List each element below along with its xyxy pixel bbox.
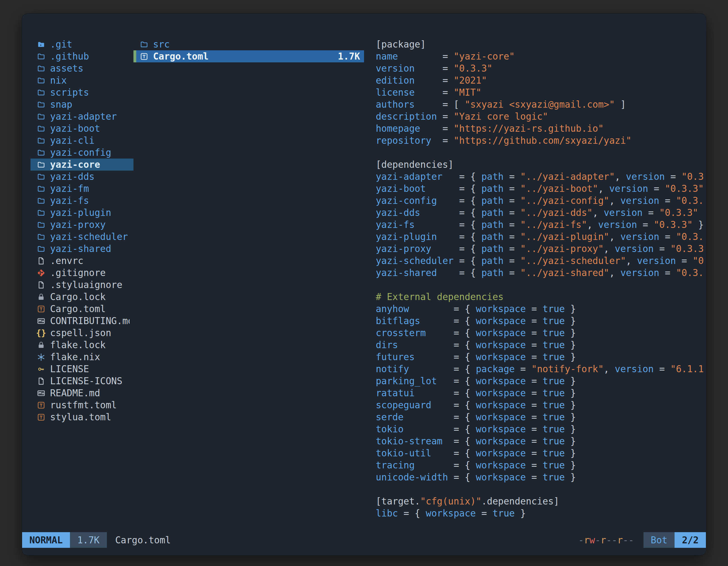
code-token: "0.3.	[676, 231, 704, 242]
code-token: "../yazi-config"	[520, 195, 609, 206]
file-row-cargo-toml[interactable]: Cargo.toml1.7K	[133, 50, 364, 62]
code-token: = [	[415, 99, 465, 110]
code-token: "6.1.1	[670, 363, 704, 374]
code-token: =	[526, 387, 543, 398]
file-row-git[interactable]: .git	[30, 38, 133, 50]
file-row-nix[interactable]: nix	[30, 74, 133, 86]
code-token: yazi-config	[376, 195, 437, 206]
code-token: =	[526, 424, 543, 434]
file-row-yazi-fm[interactable]: yazi-fm	[30, 183, 133, 195]
file-row-stylua-toml[interactable]: stylua.toml	[30, 411, 133, 423]
file-row-snap[interactable]: snap	[30, 98, 133, 111]
code-token: workspace	[476, 412, 526, 422]
code-token: }	[565, 412, 576, 422]
code-token: }	[565, 460, 576, 471]
file-row-assets[interactable]: assets	[30, 62, 133, 74]
code-line: crossterm = { workspace = true }	[376, 327, 705, 339]
code-token: =	[654, 243, 670, 254]
code-line: yazi-scheduler = { path = "../yazi-sched…	[376, 255, 705, 267]
code-token: = {	[442, 436, 476, 447]
nix-icon	[36, 352, 46, 362]
file-icon	[36, 280, 46, 290]
scroll-position-badge: Bot	[644, 532, 675, 548]
file-row-yazi-proxy[interactable]: yazi-proxy	[30, 219, 133, 231]
code-token: "../yazi-proxy"	[520, 243, 604, 254]
code-token: yazi-adapter	[376, 171, 442, 182]
code-token: =	[659, 231, 676, 242]
current-list: srcCargo.toml1.7K	[133, 38, 364, 62]
file-row-license[interactable]: LICENSE	[30, 363, 133, 375]
file-row-flake-lock[interactable]: flake.lock	[30, 339, 133, 351]
code-line: tokio = { workspace = true }	[376, 423, 705, 435]
file-row-yazi-core[interactable]: yazi-core	[30, 159, 133, 171]
file-name: nix	[50, 74, 67, 86]
code-token: = {	[403, 424, 476, 434]
file-row-src[interactable]: src	[133, 38, 364, 50]
code-token: = {	[398, 508, 426, 519]
code-line: authors = [ "sxyazi <sxyazi@gmail.com>" …	[376, 98, 705, 111]
file-row-yazi-adapter[interactable]: yazi-adapter	[30, 111, 133, 123]
file-name: CONTRIBUTING.md	[50, 315, 130, 327]
code-token: }	[565, 387, 576, 398]
code-token: }	[515, 508, 526, 519]
file-row-cspell-json[interactable]: {}cspell.json	[30, 327, 133, 339]
file-row-cargo-toml[interactable]: Cargo.toml	[30, 303, 133, 315]
file-row-license-icons[interactable]: LICENSE-ICONS	[30, 375, 133, 387]
file-name: rustfmt.toml	[50, 399, 117, 411]
code-line: yazi-proxy = { path = "../yazi-proxy", v…	[376, 243, 705, 255]
code-token: path	[482, 183, 504, 194]
code-line: tracing = { workspace = true }	[376, 459, 705, 471]
file-row-cargo-lock[interactable]: Cargo.lock	[30, 291, 133, 303]
file-name: Cargo.lock	[50, 291, 106, 303]
code-token: = {	[409, 363, 476, 374]
code-token: =	[526, 315, 543, 326]
code-token: package	[476, 363, 515, 374]
code-token: tokio	[376, 424, 403, 434]
file-row-yazi-shared[interactable]: yazi-shared	[30, 243, 133, 255]
code-token: workspace	[476, 315, 526, 326]
file-name: LICENSE-ICONS	[50, 375, 122, 387]
code-token: version	[620, 195, 659, 206]
code-line: futures = { workspace = true }	[376, 351, 705, 363]
code-token: = {	[437, 375, 476, 386]
code-token: "sxyazi <sxyazi@gmail.com>"	[465, 99, 615, 110]
code-token: path	[482, 267, 504, 278]
code-token: =	[648, 183, 665, 194]
file-row-yazi-plugin[interactable]: yazi-plugin	[30, 207, 133, 219]
code-token: =	[526, 339, 543, 350]
file-row-yazi-config[interactable]: yazi-config	[30, 147, 133, 159]
file-row-flake-nix[interactable]: flake.nix	[30, 351, 133, 363]
code-token: ratatui	[376, 387, 415, 398]
preview-code: [package]name = "yazi-core"version = "0.…	[376, 38, 705, 519]
file-row-yazi-scheduler[interactable]: yazi-scheduler	[30, 231, 133, 243]
code-token: =	[515, 363, 532, 374]
code-token: "../yazi-fs"	[520, 219, 587, 230]
code-token: path	[482, 195, 504, 206]
file-row-yazi-boot[interactable]: yazi-boot	[30, 123, 133, 135]
code-token: anyhow	[376, 303, 409, 314]
file-row-contributing-md[interactable]: CONTRIBUTING.md	[30, 315, 133, 327]
file-row-scripts[interactable]: scripts	[30, 86, 133, 98]
code-token: }	[565, 424, 576, 434]
code-token: libc	[376, 508, 398, 519]
file-row-yazi-dds[interactable]: yazi-dds	[30, 171, 133, 183]
file-row-envrc[interactable]: .envrc	[30, 255, 133, 267]
file-row-yazi-cli[interactable]: yazi-cli	[30, 135, 133, 147]
code-token	[698, 207, 704, 218]
status-filename: Cargo.toml	[115, 532, 171, 548]
file-row-gitignore[interactable]: .gitignore	[30, 267, 133, 279]
file-row-yazi-fs[interactable]: yazi-fs	[30, 195, 133, 207]
code-token: = {	[403, 412, 476, 422]
file-name: yazi-cli	[50, 135, 95, 147]
file-name: yazi-fm	[50, 183, 89, 195]
file-row-rustfmt-toml[interactable]: rustfmt.toml	[30, 399, 133, 411]
code-token: =	[526, 375, 543, 386]
file-row-styluaignore[interactable]: .styluaignore	[30, 279, 133, 291]
code-token: =	[420, 123, 454, 134]
file-row-github[interactable]: .github	[30, 50, 133, 62]
code-line: [dependencies]	[376, 159, 705, 171]
parent-panel: .git.githubassetsnixscriptssnapyazi-adap…	[30, 38, 133, 532]
code-token: "https://yazi-rs.github.io"	[454, 123, 603, 134]
file-row-readme-md[interactable]: README.md	[30, 387, 133, 399]
permission-char: -	[595, 535, 601, 546]
